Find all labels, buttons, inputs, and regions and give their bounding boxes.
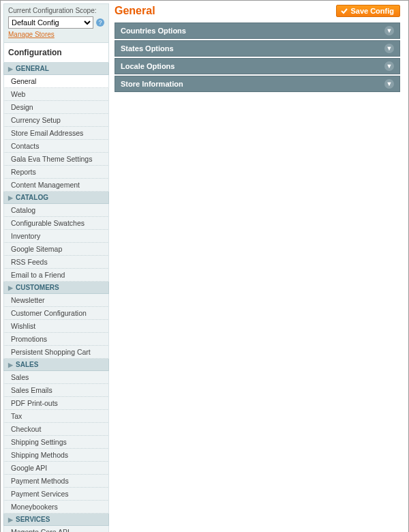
sidebar-item[interactable]: Contacts bbox=[3, 140, 109, 153]
arrow-icon: ▶ bbox=[8, 516, 13, 523]
arrow-icon: ▶ bbox=[8, 194, 13, 201]
section-title: CUSTOMERS bbox=[16, 284, 59, 291]
config-panel[interactable]: Countries Options▼ bbox=[115, 23, 400, 39]
chevron-down-icon: ▼ bbox=[384, 61, 394, 71]
section-header[interactable]: ▶CATALOG bbox=[3, 192, 109, 204]
sidebar-item[interactable]: Checkout bbox=[3, 423, 109, 436]
sidebar-item[interactable]: Sales Emails bbox=[3, 384, 109, 397]
sidebar-item[interactable]: Promotions bbox=[3, 333, 109, 346]
sidebar-item[interactable]: Email to a Friend bbox=[3, 269, 109, 282]
section-header[interactable]: ▶GENERAL bbox=[3, 63, 109, 75]
section-header[interactable]: ▶CUSTOMERS bbox=[3, 282, 109, 294]
sidebar: Current Configuration Scope: Default Con… bbox=[3, 3, 109, 532]
panel-label: Locale Options bbox=[121, 62, 175, 70]
sidebar-item[interactable]: Customer Configuration bbox=[3, 307, 109, 320]
section-title: CATALOG bbox=[16, 194, 48, 201]
sidebar-item[interactable]: Inventory bbox=[3, 230, 109, 243]
sidebar-item[interactable]: Sales bbox=[3, 371, 109, 384]
sidebar-item[interactable]: Web bbox=[3, 88, 109, 101]
sidebar-item[interactable]: Google API bbox=[3, 462, 109, 475]
sidebar-item[interactable]: Payment Methods bbox=[3, 475, 109, 488]
sidebar-item[interactable]: Newsletter bbox=[3, 294, 109, 307]
sidebar-item[interactable]: PDF Print-outs bbox=[3, 397, 109, 410]
sidebar-item[interactable]: Reports bbox=[3, 166, 109, 179]
config-panel[interactable]: Locale Options▼ bbox=[115, 58, 400, 74]
sidebar-item[interactable]: Design bbox=[3, 101, 109, 114]
sidebar-item[interactable]: Gala Eva Theme Settings bbox=[3, 153, 109, 166]
sidebar-item[interactable]: Shipping Methods bbox=[3, 449, 109, 462]
manage-stores-link[interactable]: Manage Stores bbox=[8, 31, 55, 38]
section-title: SALES bbox=[16, 361, 38, 368]
section-header[interactable]: ▶SALES bbox=[3, 359, 109, 371]
sidebar-item[interactable]: Currency Setup bbox=[3, 114, 109, 127]
scope-select[interactable]: Default Config bbox=[8, 16, 93, 29]
arrow-icon: ▶ bbox=[8, 361, 13, 368]
chevron-down-icon: ▼ bbox=[384, 26, 394, 35]
panel-label: Countries Options bbox=[121, 27, 186, 35]
main-content: General Save Config Countries Options▼St… bbox=[109, 3, 406, 532]
panel-label: Store Information bbox=[121, 80, 183, 88]
page-title: General bbox=[115, 5, 155, 17]
sidebar-item[interactable]: Shipping Settings bbox=[3, 436, 109, 449]
sidebar-item[interactable]: Persistent Shopping Cart bbox=[3, 346, 109, 359]
chevron-down-icon: ▼ bbox=[384, 44, 394, 53]
chevron-down-icon: ▼ bbox=[384, 79, 394, 89]
sidebar-item[interactable]: Google Sitemap bbox=[3, 243, 109, 256]
arrow-icon: ▶ bbox=[8, 284, 13, 291]
sidebar-item[interactable]: Catalog bbox=[3, 204, 109, 217]
sidebar-item[interactable]: Store Email Addresses bbox=[3, 127, 109, 140]
check-icon bbox=[341, 8, 348, 14]
save-config-label: Save Config bbox=[350, 7, 394, 15]
config-title: Configuration bbox=[3, 43, 109, 63]
sidebar-item[interactable]: Payment Services bbox=[3, 488, 109, 501]
sidebar-item[interactable]: General bbox=[3, 75, 109, 88]
sidebar-item[interactable]: Configurable Swatches bbox=[3, 217, 109, 230]
sidebar-item[interactable]: Content Management bbox=[3, 179, 109, 192]
sidebar-item[interactable]: RSS Feeds bbox=[3, 256, 109, 269]
panel-label: States Options bbox=[121, 44, 174, 53]
config-panel[interactable]: States Options▼ bbox=[115, 40, 400, 57]
sidebar-item[interactable]: Wishlist bbox=[3, 320, 109, 333]
sidebar-item[interactable]: Tax bbox=[3, 410, 109, 423]
scope-label: Current Configuration Scope: bbox=[8, 7, 104, 14]
config-panel[interactable]: Store Information▼ bbox=[115, 76, 400, 92]
section-header[interactable]: ▶SERVICES bbox=[3, 514, 109, 526]
section-title: GENERAL bbox=[16, 65, 49, 72]
section-title: SERVICES bbox=[16, 516, 50, 523]
sidebar-item[interactable]: Magento Core API bbox=[3, 526, 109, 532]
help-icon[interactable]: ? bbox=[96, 18, 104, 27]
sidebar-item[interactable]: Moneybookers bbox=[3, 501, 109, 514]
save-config-button[interactable]: Save Config bbox=[336, 5, 400, 17]
scope-box: Current Configuration Scope: Default Con… bbox=[3, 3, 109, 43]
arrow-icon: ▶ bbox=[8, 65, 13, 72]
